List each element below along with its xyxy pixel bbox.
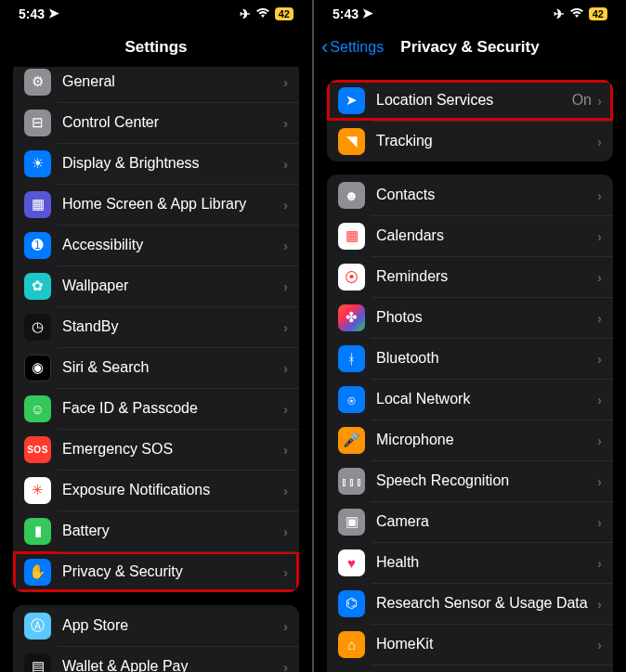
privacy-homekit[interactable]: ⌂HomeKit› — [327, 624, 613, 665]
phone-right-privacy: 5:43 ➤ ✈ 42 ‹ Settings Privacy & Securit… — [314, 0, 626, 672]
page-title: Settings — [124, 38, 187, 57]
chevron-right-icon: › — [597, 555, 602, 571]
row-label: Wallpaper — [62, 278, 283, 294]
settings-siri-search[interactable]: ◉Siri & Search› — [13, 347, 299, 388]
privacy-microphone[interactable]: 🎤Microphone› — [327, 420, 613, 460]
privacy-camera[interactable]: ▣Camera› — [327, 501, 613, 542]
bluetooth-icon: ᚼ — [338, 345, 365, 372]
privacy-tracking[interactable]: ◥Tracking› — [327, 121, 613, 162]
chevron-right-icon: › — [283, 197, 288, 213]
settings-group: ⚙General›⊟Control Center›☀Display & Brig… — [13, 67, 299, 592]
settings-wallet-apple-pay[interactable]: ▤Wallet & Apple Pay› — [13, 646, 299, 672]
chevron-right-icon: › — [597, 637, 602, 653]
hand-icon: ✋ — [24, 559, 51, 586]
chevron-right-icon: › — [283, 360, 288, 376]
back-button[interactable]: ‹ Settings — [321, 37, 384, 58]
row-label: Exposure Notifications — [62, 482, 283, 498]
reminders-icon: ⦿ — [338, 264, 365, 291]
contacts-icon: ☻ — [338, 182, 365, 209]
grid-icon: ▦ — [24, 191, 51, 218]
privacy-photos[interactable]: ✤Photos› — [327, 297, 613, 338]
nav-header: ‹ Settings Privacy & Security — [314, 28, 626, 67]
nav-header: Settings — [0, 28, 312, 67]
privacy-research-sensor[interactable]: ⌬Research Sensor & Usage Data› — [327, 583, 613, 624]
row-label: Photos — [376, 309, 597, 326]
row-label: HomeKit — [376, 636, 597, 653]
location-indicator-icon: ➤ — [48, 6, 59, 20]
battery-icon: ▮ — [24, 518, 51, 545]
chevron-right-icon: › — [597, 473, 602, 489]
microphone-icon: 🎤 — [338, 427, 365, 454]
privacy-calendars[interactable]: ▦Calendars› — [327, 215, 613, 256]
settings-privacy-security[interactable]: ✋Privacy & Security› — [13, 551, 299, 592]
tracking-icon: ◥ — [338, 128, 365, 155]
settings-display-brightness[interactable]: ☀Display & Brightness› — [13, 143, 299, 184]
research-icon: ⌬ — [338, 590, 365, 617]
settings-emergency-sos[interactable]: SOSEmergency SOS› — [13, 429, 299, 470]
chevron-right-icon: › — [283, 483, 288, 498]
row-label: Bluetooth — [376, 350, 597, 367]
privacy-reminders[interactable]: ⦿Reminders› — [327, 256, 613, 297]
settings-home-screen[interactable]: ▦Home Screen & App Library› — [13, 184, 299, 225]
sun-icon: ☀ — [24, 150, 51, 177]
row-label: StandBy — [62, 318, 283, 335]
row-label: Control Center — [62, 114, 283, 131]
row-label: Siri & Search — [62, 359, 283, 376]
privacy-speech-recognition[interactable]: ⫾⫾⫾Speech Recognition› — [327, 460, 613, 501]
settings-battery[interactable]: ▮Battery› — [13, 510, 299, 551]
battery-indicator: 42 — [275, 7, 293, 20]
row-label: Privacy & Security — [62, 563, 283, 580]
chevron-right-icon: › — [597, 351, 602, 367]
chevron-right-icon: › — [283, 156, 288, 172]
row-label: General — [62, 73, 283, 90]
faceid-icon: ☺ — [24, 395, 51, 422]
settings-wallpaper[interactable]: ✿Wallpaper› — [13, 265, 299, 306]
settings-standby[interactable]: ◷StandBy› — [13, 306, 299, 347]
row-label: Emergency SOS — [62, 441, 283, 458]
settings-accessibility[interactable]: ➊Accessibility› — [13, 225, 299, 265]
wifi-icon — [255, 6, 270, 21]
settings-list[interactable]: ⚙General›⊟Control Center›☀Display & Brig… — [0, 67, 312, 672]
privacy-media-apple-music[interactable]: ♪Media & Apple Music› — [327, 665, 613, 672]
phone-left-settings: 5:43 ➤ ✈ 42 Settings ⚙General›⊟Control C… — [0, 0, 312, 672]
battery-indicator: 42 — [589, 7, 607, 20]
settings-app-store[interactable]: ⒶApp Store› — [13, 605, 299, 646]
chevron-right-icon: › — [597, 310, 602, 326]
settings-group: ⒶApp Store›▤Wallet & Apple Pay› — [13, 605, 299, 672]
wifi-icon — [569, 6, 584, 21]
chevron-right-icon: › — [597, 392, 602, 407]
row-label: Contacts — [376, 187, 597, 203]
chevron-right-icon: › — [283, 319, 288, 335]
location-arrow-icon: ➤ — [338, 87, 365, 114]
chevron-right-icon: › — [283, 618, 288, 634]
privacy-list[interactable]: ➤Location ServicesOn›◥Tracking›☻Contacts… — [314, 67, 626, 672]
chevron-right-icon: › — [283, 115, 288, 131]
settings-general[interactable]: ⚙General› — [13, 67, 299, 102]
settings-control-center[interactable]: ⊟Control Center› — [13, 102, 299, 143]
privacy-contacts[interactable]: ☻Contacts› — [327, 174, 613, 215]
row-label: Camera — [376, 513, 597, 530]
camera-icon: ▣ — [338, 509, 365, 536]
settings-group: ➤Location ServicesOn›◥Tracking› — [327, 80, 613, 162]
privacy-health[interactable]: ♥Health› — [327, 542, 613, 583]
settings-faceid-passcode[interactable]: ☺Face ID & Passcode› — [13, 388, 299, 429]
airplane-mode-icon: ✈ — [240, 6, 251, 21]
flower-icon: ✿ — [24, 273, 51, 300]
chevron-right-icon: › — [283, 564, 288, 580]
row-label: Speech Recognition — [376, 472, 597, 489]
row-label: Calendars — [376, 227, 597, 244]
siri-icon: ◉ — [24, 355, 51, 381]
privacy-bluetooth[interactable]: ᚼBluetooth› — [327, 338, 613, 379]
chevron-right-icon: › — [597, 514, 602, 530]
status-bar: 5:43 ➤ ✈ 42 — [314, 0, 626, 28]
chevron-right-icon: › — [597, 93, 602, 109]
settings-exposure-notifications[interactable]: ✳Exposure Notifications› — [13, 470, 299, 510]
row-label: Research Sensor & Usage Data — [376, 595, 597, 612]
waveform-icon: ⫾⫾⫾ — [338, 468, 365, 495]
chevron-right-icon: › — [597, 433, 602, 448]
back-label: Settings — [330, 39, 384, 56]
chevron-right-icon: › — [283, 74, 288, 90]
location-indicator-icon: ➤ — [362, 6, 373, 20]
privacy-location-services[interactable]: ➤Location ServicesOn› — [327, 80, 613, 121]
privacy-local-network[interactable]: ⍟Local Network› — [327, 379, 613, 420]
